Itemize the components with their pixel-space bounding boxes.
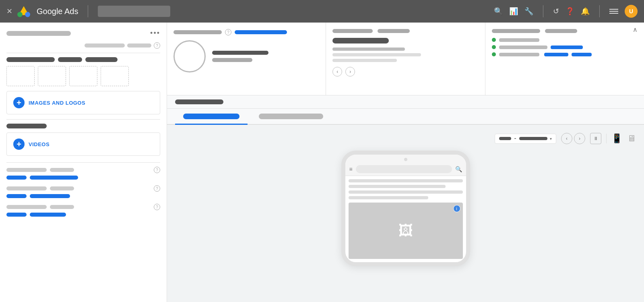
panel1-help-icon[interactable]: ? — [225, 29, 231, 35]
sidebar-header: ••• — [6, 29, 160, 37]
more-options-button[interactable]: ••• — [150, 29, 160, 37]
field-group-2: ? — [6, 185, 160, 198]
help-circle-icon[interactable]: ? — [154, 42, 160, 49]
bar-chart-icon[interactable]: 📊 — [509, 7, 518, 16]
phone-content: i 🖼 — [345, 176, 466, 262]
panel2-bars — [332, 48, 478, 62]
field-label-bar5 — [6, 205, 47, 209]
topbar: ✕ Google Ads 🔍 📊 🔧 ↺ ❓ 🔔 U — [0, 0, 644, 23]
search-input[interactable] — [98, 6, 170, 17]
dropdown-label-bar2 — [519, 137, 547, 140]
tab-pill-inactive — [259, 114, 323, 119]
ad-panel-1: ? — [167, 23, 326, 95]
panel1-blue-bar — [235, 30, 287, 34]
panel3-item-1 — [492, 38, 638, 42]
pause-button[interactable]: ⏸ — [590, 133, 601, 144]
desktop-view-button[interactable]: 🖥 — [627, 133, 636, 144]
panel2-bar1 — [332, 48, 405, 51]
field-help-icon3[interactable]: ? — [154, 204, 160, 210]
ad-info-icon[interactable]: i — [453, 205, 460, 212]
add-images-button[interactable]: + IMAGES AND LOGOS — [6, 91, 160, 114]
topbar-icons: 🔍 📊 🔧 ↺ ❓ 🔔 U — [494, 5, 638, 18]
preview-tab-1[interactable] — [175, 109, 248, 124]
panel3-item-2 — [492, 45, 638, 49]
field-label-bar3 — [6, 186, 47, 190]
panel-next-button[interactable]: › — [345, 67, 355, 77]
content-line-2 — [349, 185, 446, 188]
panel-prev-button[interactable]: ‹ — [332, 67, 342, 77]
content-line-1 — [349, 179, 463, 182]
refresh-icon[interactable]: ↺ — [553, 7, 559, 16]
mobile-view-button[interactable]: 📱 — [611, 133, 622, 144]
prev-preview-button[interactable]: ‹ — [561, 133, 572, 144]
ad-image-placeholder-icon: 🖼 — [398, 222, 413, 239]
ad-text-bar2 — [212, 58, 252, 62]
field-value-tag5 — [6, 213, 27, 217]
status-dot-2 — [492, 45, 496, 49]
logo-icon — [17, 5, 30, 18]
field-value-tag1 — [6, 176, 27, 180]
wrench-icon[interactable]: 🔧 — [524, 7, 533, 16]
panel2-main-title — [332, 38, 389, 43]
panel3-item-link3a[interactable] — [544, 53, 568, 56]
preview-bottom: ▾ ‹ › ⏸ 📱 🖥 ≡ — [167, 95, 644, 302]
panel2-bar2 — [332, 53, 421, 56]
field-group-1: ? — [6, 167, 160, 180]
panel2-bar3 — [332, 59, 397, 62]
search-icon[interactable]: 🔍 — [494, 7, 503, 16]
dropdown-label-bar1 — [499, 137, 511, 140]
panel3-item-label2 — [499, 46, 547, 49]
main-content: ∧ ? — [167, 23, 644, 302]
status-dot-1 — [492, 38, 496, 42]
ad-preview-top: ∧ ? — [167, 23, 644, 95]
next-preview-button[interactable]: › — [574, 133, 585, 144]
field-help-icon1[interactable]: ? — [154, 167, 160, 173]
preview-nav: ‹ › — [561, 133, 585, 144]
status-dot-3 — [492, 52, 496, 56]
browser-menu-icon: ≡ — [349, 166, 353, 172]
image-placeholder-2 — [38, 66, 66, 86]
collapse-button[interactable]: ∧ — [633, 26, 638, 33]
topbar-divider2 — [543, 5, 543, 17]
section-bar2 — [58, 57, 82, 62]
sidebar-label-bar — [85, 43, 125, 48]
panel3-item-link3b[interactable] — [572, 53, 592, 56]
avatar[interactable]: U — [625, 5, 638, 18]
close-button[interactable]: ✕ — [6, 7, 12, 16]
field-help-icon2[interactable]: ? — [154, 185, 160, 192]
field-label-bar6 — [50, 205, 74, 209]
svg-point-1 — [25, 12, 30, 17]
help-icon[interactable]: ❓ — [566, 7, 574, 16]
field-value-tag3 — [6, 194, 27, 198]
content-line-4 — [349, 196, 429, 199]
add-images-icon: + — [13, 97, 25, 108]
preview-toolbar — [167, 95, 644, 109]
add-images-label: IMAGES AND LOGOS — [29, 100, 85, 106]
field-group-3: ? — [6, 204, 160, 217]
bell-icon[interactable]: 🔔 — [581, 7, 590, 16]
browser-search-icon: 🔍 — [455, 166, 462, 172]
panel3-item-link2[interactable] — [551, 46, 583, 49]
ad-text-bar1 — [212, 51, 268, 55]
image-placeholder-3 — [69, 66, 97, 86]
sidebar-divider2 — [6, 119, 160, 120]
preview-tab-2[interactable] — [251, 109, 331, 124]
ad-format-dropdown[interactable]: ▾ — [495, 134, 556, 144]
phone-browser-bar: ≡ 🔍 — [345, 163, 466, 176]
image-placeholders — [6, 66, 160, 86]
add-videos-icon: + — [13, 139, 25, 150]
sidebar-divider3 — [6, 162, 160, 163]
sidebar-help-row: ? — [6, 42, 160, 49]
dropdown-arrow-icon: ▾ — [550, 137, 552, 141]
field-label-bar4 — [50, 186, 74, 190]
menu-lines-icon[interactable] — [609, 9, 618, 14]
panel3-title — [492, 29, 540, 33]
panel2-title — [332, 29, 373, 33]
sidebar: ••• ? + IMAGES AND LOGOS — [0, 23, 167, 302]
topbar-divider3 — [599, 5, 600, 17]
add-videos-button[interactable]: + VIDEOS — [6, 132, 160, 156]
panel1-title — [173, 30, 222, 34]
field-value-tag2 — [30, 176, 78, 180]
svg-point-2 — [17, 12, 23, 17]
ad-image-area: i 🖼 — [349, 203, 463, 259]
